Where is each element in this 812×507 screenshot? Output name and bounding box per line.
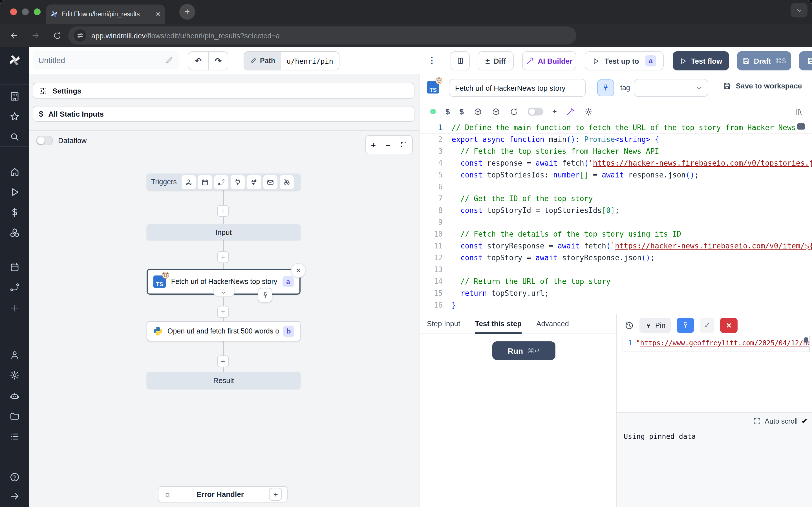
input-node[interactable]: Input (147, 224, 301, 240)
sidebar-item-favorites[interactable] (0, 108, 29, 125)
pinned-active-button[interactable] (677, 318, 694, 333)
email-trigger-button[interactable] (263, 175, 277, 189)
fullscreen-icon[interactable] (400, 142, 407, 148)
deploy-button[interactable]: Deploy (799, 51, 812, 70)
sidebar-item-flows[interactable] (0, 279, 29, 296)
tab-advanced[interactable]: Advanced (536, 314, 569, 333)
sidebar-item-search[interactable] (0, 128, 29, 145)
auto-scroll-control[interactable]: Auto scroll ✔ (753, 417, 808, 425)
step-a-node[interactable]: TS Fetch url of HackerNews top story a ✕ (147, 269, 301, 295)
route-trigger-button[interactable] (214, 175, 229, 189)
save-to-workspace-button[interactable]: Save to workspace (723, 82, 802, 90)
minimap-slider[interactable] (797, 123, 805, 129)
back-button[interactable] (6, 27, 22, 44)
draft-button[interactable]: Draft ⌘S (737, 51, 791, 70)
sidebar-item-logs[interactable] (0, 428, 29, 445)
add-error-handler-button[interactable] (269, 488, 282, 501)
ai-assistant-button[interactable] (566, 107, 575, 116)
package-button[interactable] (492, 107, 500, 116)
sidebar-item-runs[interactable] (0, 184, 29, 201)
history-button[interactable] (625, 321, 634, 330)
sidebar-item-create[interactable] (0, 300, 29, 317)
package-button[interactable] (473, 107, 482, 116)
minimize-window-button[interactable] (22, 8, 29, 15)
tab-close-icon[interactable]: ✕ (156, 10, 161, 18)
ai-builder-button[interactable]: AI Builder (522, 51, 576, 70)
sidebar-item-settings[interactable] (0, 367, 29, 384)
code-editor[interactable]: 1// Define the main function to fetch th… (420, 122, 812, 313)
accept-pin-button[interactable]: ✓ (700, 318, 714, 333)
zoom-out-button[interactable]: − (386, 140, 391, 150)
undo-button[interactable]: ↶ (188, 51, 208, 70)
schedule-trigger-button[interactable] (198, 175, 212, 189)
redo-button[interactable]: ↷ (208, 51, 229, 70)
variables-button[interactable]: $ (446, 107, 450, 116)
diff-button[interactable]: ± Diff (477, 51, 514, 70)
step-name-input[interactable]: Fetch url of HackerNews top story (449, 79, 586, 97)
ai-builder-label: AI Builder (538, 57, 573, 65)
pin-step-button[interactable] (597, 79, 614, 96)
pinned-value-editor[interactable]: 1"https://www.geoffreylitt.com/2025/04/1… (622, 336, 810, 352)
all-static-inputs-bar[interactable]: $ All Static Inputs (33, 106, 414, 122)
result-node[interactable]: Result (147, 372, 301, 389)
play-icon (680, 57, 687, 64)
expand-step-button[interactable] (213, 289, 234, 297)
more-options-button[interactable]: ⋮ (425, 52, 439, 68)
path-value: u/henri/pin (287, 57, 333, 65)
tab-step-input[interactable]: Step Input (427, 314, 460, 333)
tab-test-this-step[interactable]: Test this step (475, 314, 522, 333)
resources-button[interactable]: $ (460, 107, 464, 116)
add-step-button[interactable] (217, 205, 229, 217)
windmill-logo[interactable] (0, 52, 29, 69)
add-step-button[interactable] (217, 306, 229, 318)
browser-tab[interactable]: Edit Flow u/henri/pin_results ✕ (46, 4, 165, 24)
test-up-to-button[interactable]: Test up to a (585, 51, 664, 70)
poll-trigger-button[interactable] (280, 175, 294, 189)
sidebar-item-folders[interactable] (0, 408, 29, 425)
kafka-trigger-button[interactable] (247, 175, 261, 189)
tag-select[interactable] (634, 79, 708, 97)
error-handler-node[interactable]: Error Handler (158, 486, 288, 503)
add-step-button[interactable] (217, 355, 229, 367)
new-tab-button[interactable]: + (179, 4, 195, 20)
sidebar-item-resources[interactable] (0, 224, 29, 241)
run-button[interactable]: Run ⌘↵ (492, 341, 555, 360)
dataflow-toggle[interactable] (36, 136, 53, 145)
step-b-node[interactable]: Open url and fetch first 500 words of ..… (147, 321, 301, 341)
library-button[interactable] (795, 107, 812, 116)
draft-label: Draft (754, 57, 771, 65)
delete-step-button[interactable]: ✕ (291, 263, 306, 278)
remove-pin-button[interactable]: ✕ (720, 318, 738, 333)
site-info-button[interactable] (74, 29, 86, 42)
sidebar-item-users[interactable] (0, 346, 29, 363)
add-step-button[interactable] (217, 251, 229, 263)
address-bar[interactable]: app.windmill.dev/flows/edit/u/henri/pin_… (68, 26, 576, 45)
settings-bar[interactable]: Settings (33, 83, 414, 99)
sidebar-item-help[interactable] (0, 469, 29, 486)
sidebar-item-workspace[interactable] (0, 88, 29, 105)
docs-button[interactable] (451, 51, 470, 70)
sidebar-item-workers[interactable] (0, 388, 29, 404)
reload-button[interactable] (49, 27, 65, 44)
sidebar-item-variables[interactable] (0, 204, 29, 221)
step-pin-button[interactable] (258, 288, 272, 302)
websocket-trigger-button[interactable] (231, 175, 245, 189)
forward-button[interactable] (27, 27, 44, 44)
path-chip[interactable]: Path u/henri/pin (244, 51, 340, 70)
diff-mode-button[interactable]: ± (552, 107, 557, 116)
test-flow-button[interactable]: Test flow (673, 51, 729, 70)
zoom-window-button[interactable] (34, 8, 41, 15)
sidebar-expand-button[interactable] (0, 488, 29, 505)
editor-toggle[interactable] (527, 108, 543, 115)
flow-name-field[interactable]: Untitled (33, 51, 179, 69)
reload-button[interactable] (509, 107, 518, 116)
zoom-in-button[interactable]: + (371, 140, 376, 150)
webhook-trigger-button[interactable] (182, 175, 196, 189)
tab-search-chevron-button[interactable] (791, 3, 808, 17)
sidebar-item-home[interactable] (0, 163, 29, 180)
pin-toggle-button[interactable]: Pin (640, 318, 671, 333)
sidebar-item-schedules[interactable] (0, 259, 29, 276)
close-window-button[interactable] (10, 8, 17, 15)
triggers-node[interactable]: Triggers (147, 173, 301, 190)
editor-settings-button[interactable] (585, 107, 593, 116)
